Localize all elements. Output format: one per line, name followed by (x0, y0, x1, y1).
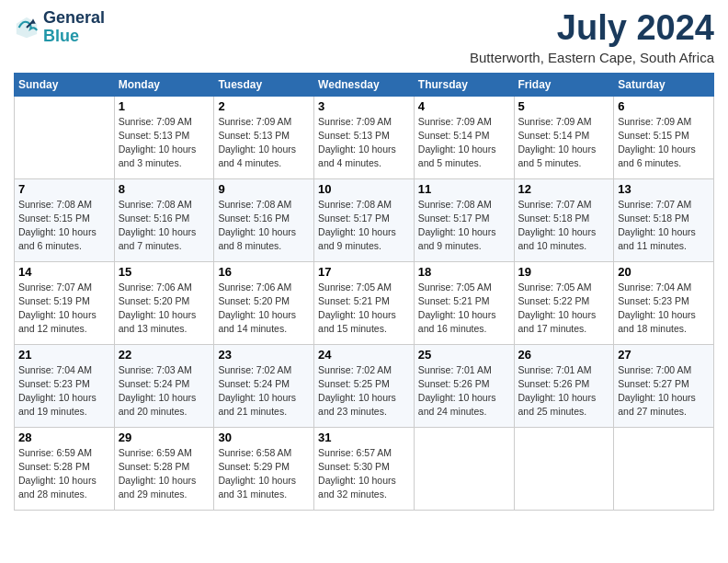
sunrise: Sunrise: 7:04 AM (18, 363, 110, 377)
day-info: Sunrise: 7:09 AM Sunset: 5:13 PM Dayligh… (318, 115, 410, 171)
col-tuesday: Tuesday (214, 73, 314, 96)
sunset: Sunset: 5:26 PM (418, 377, 510, 391)
daylight: Daylight: 10 hours and 4 minutes. (318, 143, 410, 170)
col-friday: Friday (514, 73, 614, 96)
day-number: 22 (119, 348, 210, 362)
sunset: Sunset: 5:25 PM (318, 377, 410, 391)
day-number: 13 (618, 182, 710, 196)
location-title: Butterworth, Eastern Cape, South Africa (470, 50, 714, 65)
table-cell: 3 Sunrise: 7:09 AM Sunset: 5:13 PM Dayli… (314, 96, 415, 178)
day-info: Sunrise: 7:09 AM Sunset: 5:13 PM Dayligh… (119, 115, 210, 171)
day-number: 12 (518, 182, 610, 196)
sunrise: Sunrise: 7:09 AM (418, 115, 510, 129)
daylight: Daylight: 10 hours and 19 minutes. (18, 391, 110, 419)
table-cell: 24 Sunrise: 7:02 AM Sunset: 5:25 PM Dayl… (314, 344, 415, 427)
day-number: 21 (18, 348, 110, 362)
sunset: Sunset: 5:18 PM (618, 212, 710, 225)
daylight: Daylight: 10 hours and 31 minutes. (218, 474, 310, 501)
day-info: Sunrise: 7:00 AM Sunset: 5:27 PM Dayligh… (618, 363, 710, 419)
day-info: Sunrise: 7:08 AM Sunset: 5:16 PM Dayligh… (119, 198, 210, 254)
daylight: Daylight: 10 hours and 27 minutes. (618, 391, 710, 419)
day-info: Sunrise: 7:04 AM Sunset: 5:23 PM Dayligh… (18, 363, 110, 419)
day-number: 27 (618, 348, 710, 362)
day-number: 18 (418, 265, 510, 279)
col-saturday: Saturday (614, 73, 714, 96)
daylight: Daylight: 10 hours and 14 minutes. (218, 308, 310, 336)
day-number: 30 (218, 431, 310, 444)
daylight: Daylight: 10 hours and 25 minutes. (518, 391, 610, 419)
logo-text: General Blue (43, 9, 105, 46)
day-number: 5 (518, 99, 610, 113)
daylight: Daylight: 10 hours and 4 minutes. (218, 143, 310, 170)
sunrise: Sunrise: 7:09 AM (119, 115, 210, 129)
day-number: 8 (119, 182, 210, 196)
day-info: Sunrise: 7:09 AM Sunset: 5:15 PM Dayligh… (618, 115, 710, 171)
sunrise: Sunrise: 7:00 AM (618, 363, 710, 377)
sunrise: Sunrise: 7:07 AM (618, 198, 710, 212)
header-row: Sunday Monday Tuesday Wednesday Thursday… (15, 73, 714, 96)
day-info: Sunrise: 7:03 AM Sunset: 5:24 PM Dayligh… (119, 363, 210, 419)
week-row-1: 1 Sunrise: 7:09 AM Sunset: 5:13 PM Dayli… (15, 96, 714, 178)
sunset: Sunset: 5:17 PM (418, 212, 510, 225)
sunset: Sunset: 5:20 PM (218, 294, 310, 308)
day-info: Sunrise: 6:58 AM Sunset: 5:29 PM Dayligh… (218, 446, 310, 502)
sunset: Sunset: 5:13 PM (318, 129, 410, 143)
day-number: 20 (618, 265, 710, 279)
sunset: Sunset: 5:26 PM (518, 377, 610, 391)
day-number: 4 (418, 99, 510, 113)
table-cell: 27 Sunrise: 7:00 AM Sunset: 5:27 PM Dayl… (614, 344, 714, 427)
sunset: Sunset: 5:23 PM (18, 377, 110, 391)
sunrise: Sunrise: 7:05 AM (518, 281, 610, 294)
sunrise: Sunrise: 7:07 AM (518, 198, 610, 212)
logo-icon (14, 15, 40, 40)
day-number: 15 (119, 265, 210, 279)
sunrise: Sunrise: 7:02 AM (218, 363, 310, 377)
logo-line1: General (43, 9, 105, 28)
sunrise: Sunrise: 7:08 AM (218, 198, 310, 212)
sunrise: Sunrise: 6:57 AM (318, 446, 410, 460)
sunset: Sunset: 5:24 PM (218, 377, 310, 391)
daylight: Daylight: 10 hours and 9 minutes. (318, 225, 410, 253)
table-cell: 2 Sunrise: 7:09 AM Sunset: 5:13 PM Dayli… (214, 96, 314, 178)
table-cell: 6 Sunrise: 7:09 AM Sunset: 5:15 PM Dayli… (614, 96, 714, 178)
daylight: Daylight: 10 hours and 8 minutes. (218, 225, 310, 253)
day-info: Sunrise: 7:02 AM Sunset: 5:24 PM Dayligh… (218, 363, 310, 419)
day-info: Sunrise: 7:08 AM Sunset: 5:15 PM Dayligh… (18, 198, 110, 254)
table-cell: 10 Sunrise: 7:08 AM Sunset: 5:17 PM Dayl… (314, 178, 415, 261)
sunrise: Sunrise: 7:05 AM (318, 281, 410, 294)
day-info: Sunrise: 7:07 AM Sunset: 5:18 PM Dayligh… (618, 198, 710, 254)
sunset: Sunset: 5:15 PM (18, 212, 110, 225)
daylight: Daylight: 10 hours and 12 minutes. (18, 308, 110, 336)
col-sunday: Sunday (15, 73, 115, 96)
sunrise: Sunrise: 7:01 AM (418, 363, 510, 377)
daylight: Daylight: 10 hours and 28 minutes. (18, 474, 110, 501)
day-info: Sunrise: 7:09 AM Sunset: 5:13 PM Dayligh… (218, 115, 310, 171)
day-number: 28 (18, 431, 110, 444)
daylight: Daylight: 10 hours and 9 minutes. (418, 225, 510, 253)
day-info: Sunrise: 7:08 AM Sunset: 5:16 PM Dayligh… (218, 198, 310, 254)
sunrise: Sunrise: 7:09 AM (318, 115, 410, 129)
table-cell: 29 Sunrise: 6:59 AM Sunset: 5:28 PM Dayl… (114, 427, 214, 510)
col-monday: Monday (114, 73, 214, 96)
daylight: Daylight: 10 hours and 7 minutes. (119, 225, 210, 253)
table-cell: 31 Sunrise: 6:57 AM Sunset: 5:30 PM Dayl… (314, 427, 415, 510)
day-number: 14 (18, 265, 110, 279)
day-number: 3 (318, 99, 410, 113)
sunrise: Sunrise: 7:03 AM (119, 363, 210, 377)
week-row-3: 14 Sunrise: 7:07 AM Sunset: 5:19 PM Dayl… (15, 261, 714, 344)
day-number: 2 (218, 99, 310, 113)
day-number: 17 (318, 265, 410, 279)
sunrise: Sunrise: 7:06 AM (119, 281, 210, 294)
table-cell (15, 96, 115, 178)
day-info: Sunrise: 7:08 AM Sunset: 5:17 PM Dayligh… (418, 198, 510, 254)
sunset: Sunset: 5:21 PM (418, 294, 510, 308)
day-number: 26 (518, 348, 610, 362)
day-number: 25 (418, 348, 510, 362)
week-row-2: 7 Sunrise: 7:08 AM Sunset: 5:15 PM Dayli… (15, 178, 714, 261)
daylight: Daylight: 10 hours and 10 minutes. (518, 225, 610, 253)
daylight: Daylight: 10 hours and 6 minutes. (18, 225, 110, 253)
day-number: 31 (318, 431, 410, 444)
daylight: Daylight: 10 hours and 3 minutes. (119, 143, 210, 170)
calendar-table: Sunday Monday Tuesday Wednesday Thursday… (14, 73, 714, 511)
table-cell: 13 Sunrise: 7:07 AM Sunset: 5:18 PM Dayl… (614, 178, 714, 261)
